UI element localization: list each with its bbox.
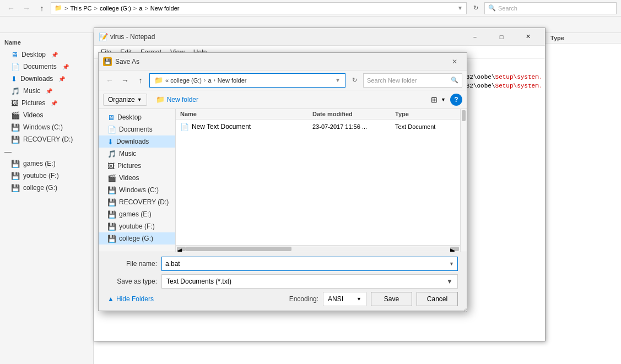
savetype-label: Save as type: bbox=[107, 278, 157, 285]
dialog-sidebar-collegeg[interactable]: 💾 college (G:) bbox=[99, 232, 175, 245]
address-bar[interactable]: 📁 > This PC > college (G:) > a > New fol… bbox=[51, 2, 467, 14]
file-row-newtext-doc[interactable]: 📄 New Text Document 23-07-2017 11:56 ...… bbox=[176, 119, 460, 134]
drive-d-icon: 💾 bbox=[11, 135, 20, 144]
scrollbar-left-arrow[interactable]: ◀ bbox=[177, 247, 186, 251]
pin-icon-2: 📌 bbox=[62, 64, 69, 70]
encoding-row: Encoding: ANSI ▼ Save Cancel bbox=[289, 292, 458, 306]
up-btn[interactable]: ↑ bbox=[35, 2, 48, 15]
pin-icon-5: 📌 bbox=[51, 100, 57, 106]
dialog-forward-btn[interactable]: → bbox=[118, 74, 132, 87]
filename-dropdown-arrow[interactable]: ▼ bbox=[449, 261, 454, 267]
dialog-footer: File name: a.bat ▼ Save as type: Text Do… bbox=[99, 252, 467, 311]
help-button[interactable]: ? bbox=[450, 94, 462, 106]
window-controls: − □ ✕ bbox=[462, 28, 541, 46]
dialog-back-btn[interactable]: ← bbox=[103, 74, 116, 87]
filename-input[interactable]: a.bat ▼ bbox=[161, 257, 458, 271]
dialog-body: 🖥 Desktop 📄 Documents ⬇ Downloads 🎵 Musi… bbox=[99, 109, 467, 252]
sidebar-downloads-icon: ⬇ bbox=[107, 138, 114, 146]
view-dropdown-arrow[interactable]: ▼ bbox=[441, 97, 446, 102]
new-folder-icon: 📁 bbox=[156, 95, 165, 104]
dialog-search-box[interactable]: Search New folder 🔍 bbox=[363, 73, 462, 88]
pin-icon-4: 📌 bbox=[46, 88, 52, 94]
drive-f-icon: 💾 bbox=[11, 172, 20, 180]
sidebar-item-videos[interactable]: 🎬 Videos bbox=[0, 109, 93, 121]
dialog-sidebar-music[interactable]: 🎵 Music bbox=[99, 148, 175, 160]
dialog-sidebar-gamese[interactable]: 💾 games (E:) bbox=[99, 208, 175, 220]
sidebar-item-name-col: Name bbox=[0, 36, 93, 48]
close-button[interactable]: ✕ bbox=[515, 28, 541, 46]
breadcrumb-a: a bbox=[139, 5, 142, 12]
sidebar-videos-icon: 🎬 bbox=[107, 174, 116, 182]
dialog-resize-handle[interactable] bbox=[462, 306, 467, 311]
path-folder-icon: 📁 bbox=[154, 76, 163, 84]
dialog-sidebar-recoveryd[interactable]: 💾 RECOVERY (D:) bbox=[99, 196, 175, 208]
sidebar-item-chbar[interactable]: ― bbox=[0, 145, 93, 157]
encoding-dropdown-arrow: ▼ bbox=[357, 296, 361, 302]
hide-folders-control[interactable]: ▲ Hide Folders bbox=[107, 295, 154, 303]
dialog-sidebar-videos[interactable]: 🎬 Videos bbox=[99, 172, 175, 184]
sidebar-item-gamese[interactable]: 💾 games (E:) bbox=[0, 157, 93, 170]
dialog-sidebar-youtubef[interactable]: 💾 youtube (F:) bbox=[99, 220, 175, 232]
explorer-sidebar: Name 🖥 Desktop 📌 📄 Documents 📌 ⬇ Downloa… bbox=[0, 33, 94, 364]
sidebar-item-music[interactable]: 🎵 Music 📌 bbox=[0, 85, 93, 97]
new-folder-button[interactable]: 📁 New folder bbox=[152, 94, 203, 105]
sidebar-item-pictures[interactable]: 🖼 Pictures 📌 bbox=[0, 97, 93, 109]
cancel-button[interactable]: Cancel bbox=[417, 292, 458, 306]
organize-button[interactable]: Organize ▼ bbox=[103, 94, 147, 106]
view-toggle-area: ⊞ ▼ bbox=[429, 94, 446, 105]
path-newfolder: New folder bbox=[218, 77, 247, 84]
savetype-select[interactable]: Text Documents (*.txt) ▼ bbox=[161, 274, 458, 289]
dialog-sidebar-downloads[interactable]: ⬇ Downloads bbox=[99, 135, 175, 148]
view-icon[interactable]: ⊞ bbox=[429, 94, 440, 105]
sidebar-item-desktop[interactable]: 🖥 Desktop 📌 bbox=[0, 48, 93, 61]
scrollbar-vertical-thumb[interactable] bbox=[462, 110, 466, 121]
sidebar-item-collegeg[interactable]: 💾 college (G:) bbox=[0, 182, 93, 194]
svg-line-2 bbox=[466, 311, 467, 312]
videos-icon: 🎬 bbox=[11, 111, 20, 119]
dialog-refresh-btn[interactable]: ↻ bbox=[348, 74, 361, 87]
maximize-button[interactable]: □ bbox=[489, 28, 514, 46]
drive-g-icon: 💾 bbox=[11, 184, 20, 192]
sidebar-driveg-icon: 💾 bbox=[107, 235, 116, 243]
encoding-label: Encoding: bbox=[289, 295, 318, 303]
scrollbar-thumb[interactable] bbox=[186, 247, 291, 251]
sidebar-item-downloads[interactable]: ⬇ Downloads 📌 bbox=[0, 73, 93, 85]
notepad-title: virus - Notepad bbox=[110, 33, 462, 41]
sidebar-item-youtubef[interactable]: 💾 youtube (F:) bbox=[0, 170, 93, 182]
vertical-scrollbar[interactable] bbox=[460, 109, 467, 252]
sidebar-item-documents[interactable]: 📄 Documents 📌 bbox=[0, 61, 93, 73]
dialog-search-text: Search New folder bbox=[367, 77, 417, 84]
file-list-body: 📄 New Text Document 23-07-2017 11:56 ...… bbox=[176, 119, 460, 245]
minimize-button[interactable]: − bbox=[462, 28, 488, 46]
encoding-select[interactable]: ANSI ▼ bbox=[323, 292, 366, 306]
dialog-file-header: Name Date modified Type bbox=[176, 109, 460, 119]
dialog-address-bar[interactable]: 📁 « college (G:) › a › New folder ▼ bbox=[149, 73, 345, 88]
dialog-title-text: Save As bbox=[115, 58, 444, 66]
horizontal-scrollbar[interactable]: ◀ ▶ bbox=[176, 245, 460, 252]
scrollbar-right-arrow[interactable]: ▶ bbox=[450, 247, 459, 251]
sidebar-desktop-icon: 🖥 bbox=[107, 113, 115, 122]
dialog-sidebar-pictures[interactable]: 🖼 Pictures bbox=[99, 160, 175, 172]
back-btn[interactable]: ← bbox=[4, 2, 18, 15]
forward-btn[interactable]: → bbox=[20, 2, 33, 15]
file-date-cell: 23-07-2017 11:56 ... bbox=[312, 123, 395, 130]
explorer-search-box[interactable]: 🔍 Search bbox=[484, 2, 617, 14]
sidebar-item-recoveryd[interactable]: 💾 RECOVERY (D:) bbox=[0, 133, 93, 145]
hide-folders-arrow-icon: ▲ bbox=[107, 295, 114, 303]
dialog-up-btn[interactable]: ↑ bbox=[134, 74, 147, 87]
dialog-sidebar-documents[interactable]: 📄 Documents bbox=[99, 123, 175, 135]
save-button[interactable]: Save bbox=[371, 292, 412, 306]
pin-icon: 📌 bbox=[51, 52, 58, 58]
dialog-sidebar-desktop[interactable]: 🖥 Desktop bbox=[99, 111, 175, 123]
refresh-btn[interactable]: ↻ bbox=[469, 2, 482, 15]
dialog-close-button[interactable]: ✕ bbox=[447, 54, 462, 69]
breadcrumb-newfolder: New folder bbox=[150, 5, 180, 12]
organize-dropdown-arrow: ▼ bbox=[137, 97, 142, 102]
sidebar-item-windowsc[interactable]: 💾 Windows (C:) bbox=[0, 121, 93, 133]
file-type-cell: Text Document bbox=[395, 123, 456, 130]
file-name-col: Name bbox=[180, 111, 312, 117]
dialog-sidebar-windowsc[interactable]: 💾 Windows (C:) bbox=[99, 184, 175, 196]
drive-e-icon: 💾 bbox=[11, 160, 20, 168]
breadcrumb-thispc: This PC bbox=[70, 5, 91, 12]
scrollbar-track[interactable] bbox=[186, 247, 450, 251]
